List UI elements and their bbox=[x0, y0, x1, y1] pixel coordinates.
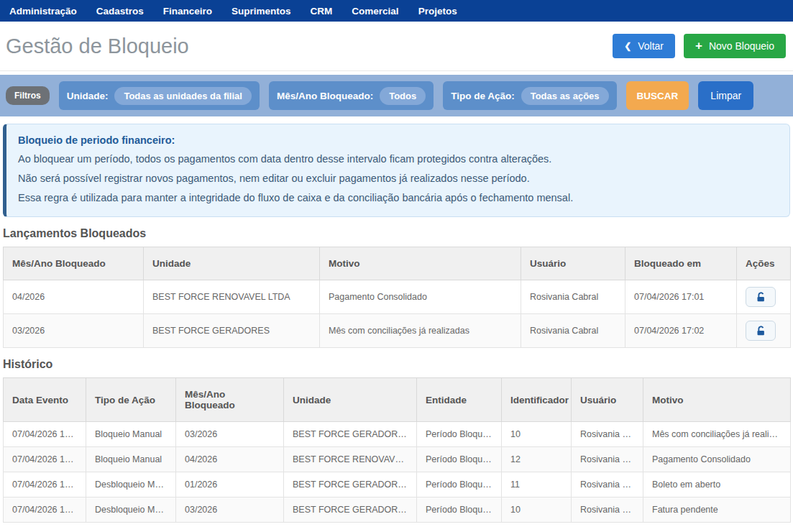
cell-tipo-acao: Bloqueio Manual bbox=[86, 447, 176, 472]
cell-unidade: BEST FORCE GERADORES bbox=[284, 472, 417, 497]
history-table: Data Evento Tipo de Ação Mês/Ano Bloquea… bbox=[3, 377, 791, 523]
filter-unidade: Unidade: Todas as unidades da filial bbox=[59, 81, 260, 110]
cell-mes-ano: 03/2026 bbox=[4, 314, 144, 348]
col-unidade: Unidade bbox=[284, 378, 417, 422]
chevron-left-icon: ❮ bbox=[624, 41, 631, 51]
plus-icon: + bbox=[695, 39, 702, 53]
cell-identificador: 10 bbox=[502, 422, 572, 447]
filter-unidade-label: Unidade: bbox=[67, 91, 109, 101]
cell-bloqueado-em: 07/04/2026 17:01 bbox=[625, 280, 737, 314]
cell-usuario: Rosivania Cabral bbox=[572, 497, 643, 523]
new-block-button[interactable]: + Novo Bloqueio bbox=[684, 34, 786, 58]
cell-usuario: Rosivania Cabral bbox=[572, 447, 643, 472]
col-usuario: Usuário bbox=[572, 378, 643, 422]
cell-data-evento: 07/04/2026 17:01 bbox=[4, 497, 86, 523]
cell-motivo: Mês com conciliações já realizadas bbox=[643, 422, 791, 447]
cell-tipo-acao: Desbloqueio Manual bbox=[86, 497, 176, 523]
unlock-icon bbox=[756, 292, 766, 303]
cell-identificador: 10 bbox=[502, 497, 572, 523]
nav-item-cadastros[interactable]: Cadastros bbox=[96, 6, 144, 17]
cell-mes-ano: 04/2026 bbox=[4, 280, 144, 314]
col-mes-ano: Mês/Ano Bloqueado bbox=[176, 378, 284, 422]
nav-item-projetos[interactable]: Projetos bbox=[418, 6, 457, 17]
back-button-label: Voltar bbox=[638, 40, 664, 52]
cell-acoes bbox=[737, 280, 791, 314]
cell-mes-ano: 03/2026 bbox=[176, 497, 284, 523]
cell-motivo: Fatura pendente bbox=[643, 497, 791, 523]
cell-unidade: BEST FORCE GERADORES bbox=[284, 422, 417, 447]
notice-title: Bloqueio de periodo financeiro: bbox=[18, 134, 778, 146]
filter-mes-ano-label: Mês/Ano Bloqueado: bbox=[277, 91, 373, 101]
clear-button[interactable]: Limpar bbox=[698, 81, 753, 110]
cell-data-evento: 07/04/2026 17:01 bbox=[4, 472, 86, 497]
cell-usuario: Rosivania Cabral bbox=[521, 314, 625, 348]
nav-item-comercial[interactable]: Comercial bbox=[352, 6, 398, 17]
nav-item-suprimentos[interactable]: Suprimentos bbox=[232, 6, 291, 17]
col-bloqueado-em: Bloqueado em bbox=[625, 247, 737, 280]
cell-mes-ano: 04/2026 bbox=[176, 447, 284, 472]
search-button[interactable]: BUSCAR bbox=[626, 81, 689, 110]
nav-item-administracao[interactable]: Administração bbox=[9, 6, 77, 17]
top-nav: Administração Cadastros Financeiro Supri… bbox=[0, 0, 793, 22]
table-row: 04/2026 BEST FORCE RENOVAVEL LTDA Pagame… bbox=[4, 280, 791, 314]
notice-box: Bloqueio de periodo financeiro: Ao bloqu… bbox=[3, 124, 790, 217]
cell-motivo: Pagamento Consolidado bbox=[320, 280, 521, 314]
col-unidade: Unidade bbox=[144, 247, 320, 280]
table-row: 03/2026 BEST FORCE GERADORES Mês com con… bbox=[4, 314, 791, 348]
table-header-row: Mês/Ano Bloqueado Unidade Motivo Usuário… bbox=[4, 247, 791, 280]
cell-unidade: BEST FORCE GERADORES bbox=[144, 314, 320, 348]
cell-usuario: Rosivania Cabral bbox=[572, 422, 643, 447]
filters-badge[interactable]: Filtros bbox=[6, 86, 50, 105]
blocked-table: Mês/Ano Bloqueado Unidade Motivo Usuário… bbox=[3, 247, 791, 348]
table-row: 07/04/2026 17:02 Bloqueio Manual 03/2026… bbox=[4, 422, 791, 447]
history-section-heading: Histórico bbox=[3, 358, 790, 371]
col-data-evento: Data Evento bbox=[4, 378, 86, 422]
col-tipo-acao: Tipo de Ação bbox=[86, 378, 176, 422]
table-row: 07/04/2026 17:01 Bloqueio Manual 04/2026… bbox=[4, 447, 791, 472]
back-button[interactable]: ❮ Voltar bbox=[613, 34, 675, 58]
cell-tipo-acao: Desbloqueio Manual bbox=[86, 472, 176, 497]
unidade-select[interactable]: Todas as unidades da filial bbox=[114, 87, 251, 105]
col-motivo: Motivo bbox=[320, 247, 521, 280]
blocked-section-heading: Lançamentos Bloqueados bbox=[3, 227, 790, 240]
cell-motivo: Boleto em aberto bbox=[643, 472, 791, 497]
tipo-acao-select[interactable]: Todas as ações bbox=[521, 87, 609, 105]
unlock-button[interactable] bbox=[746, 321, 776, 341]
header-actions: ❮ Voltar + Novo Bloqueio bbox=[613, 34, 786, 58]
col-entidade: Entidade bbox=[417, 378, 502, 422]
cell-identificador: 12 bbox=[502, 447, 572, 472]
cell-usuario: Rosivania Cabral bbox=[572, 472, 643, 497]
unlock-button[interactable] bbox=[746, 287, 776, 307]
cell-motivo: Pagamento Consolidado bbox=[643, 447, 791, 472]
col-usuario: Usuário bbox=[521, 247, 625, 280]
cell-unidade: BEST FORCE RENOVAVEL LTDA bbox=[144, 280, 320, 314]
col-identificador: Identificador bbox=[502, 378, 572, 422]
page-header: Gestão de Bloqueio ❮ Voltar + Novo Bloqu… bbox=[0, 22, 793, 71]
cell-identificador: 11 bbox=[502, 472, 572, 497]
col-motivo: Motivo bbox=[643, 378, 791, 422]
table-row: 07/04/2026 17:01 Desbloqueio Manual 01/2… bbox=[4, 472, 791, 497]
cell-bloqueado-em: 07/04/2026 17:02 bbox=[625, 314, 737, 348]
col-acoes: Ações bbox=[737, 247, 791, 280]
cell-motivo: Mês com conciliações já realizadas bbox=[320, 314, 521, 348]
notice-line: Não será possível registrar novos pagame… bbox=[18, 169, 778, 188]
filter-bar: Filtros Unidade: Todas as unidades da fi… bbox=[0, 75, 793, 116]
cell-entidade: Período Bloqueado bbox=[417, 497, 502, 523]
new-block-button-label: Novo Bloqueio bbox=[709, 40, 774, 52]
nav-item-financeiro[interactable]: Financeiro bbox=[163, 6, 212, 17]
filter-tipo-acao: Tipo de Ação: Todas as ações bbox=[443, 81, 616, 110]
cell-data-evento: 07/04/2026 17:02 bbox=[4, 422, 86, 447]
cell-entidade: Período Bloqueado bbox=[417, 422, 502, 447]
cell-mes-ano: 03/2026 bbox=[176, 422, 284, 447]
notice-line: Ao bloquear um período, todos os pagamen… bbox=[18, 150, 778, 169]
cell-unidade: BEST FORCE RENOVAVEL LTDA bbox=[284, 447, 417, 472]
mes-ano-select[interactable]: Todos bbox=[380, 87, 426, 105]
nav-item-crm[interactable]: CRM bbox=[311, 6, 333, 17]
filter-tipo-acao-label: Tipo de Ação: bbox=[451, 91, 515, 101]
cell-data-evento: 07/04/2026 17:01 bbox=[4, 447, 86, 472]
unlock-icon bbox=[756, 326, 766, 336]
cell-mes-ano: 01/2026 bbox=[176, 472, 284, 497]
page-title: Gestão de Bloqueio bbox=[6, 35, 189, 58]
cell-entidade: Período Bloqueado bbox=[417, 447, 502, 472]
cell-tipo-acao: Bloqueio Manual bbox=[86, 422, 176, 447]
